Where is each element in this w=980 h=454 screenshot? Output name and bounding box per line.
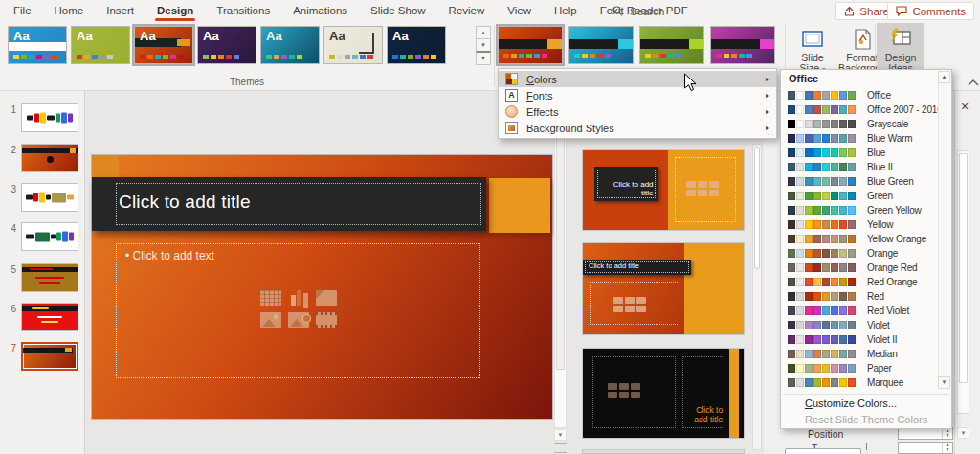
- spinner-arrows-icon[interactable]: ▲▼: [942, 443, 952, 453]
- content-placeholder[interactable]: • Click to add text: [116, 243, 480, 378]
- slide-canvas[interactable]: Click to add title • Click to add text: [92, 155, 552, 419]
- color-scheme-red[interactable]: Red: [781, 289, 939, 304]
- design-preview-2[interactable]: Click to add title: [582, 242, 745, 335]
- design-preview-3[interactable]: Click to add title: [582, 348, 745, 439]
- content-placeholder-label: Click to add text: [133, 249, 214, 262]
- color-scheme-name: Paper: [867, 363, 892, 374]
- comments-button[interactable]: Comments: [887, 2, 974, 20]
- menu-tab-review[interactable]: Review: [437, 0, 497, 22]
- insert-smartart-icon[interactable]: [316, 290, 337, 306]
- insert-video-icon[interactable]: [316, 312, 337, 328]
- color-scheme-blue[interactable]: Blue: [781, 146, 939, 160]
- gallery-up-button[interactable]: ▲: [476, 26, 491, 39]
- theme-thumbnail-dark-navy[interactable]: Aa: [387, 26, 446, 64]
- menu-item-background-styles[interactable]: Background Styles▸: [499, 120, 776, 136]
- variant-thumbnail-orange[interactable]: [498, 26, 563, 64]
- submenu-scrollbar[interactable]: [938, 83, 950, 376]
- theme-thumbnail-dark-purple[interactable]: Aa: [197, 26, 256, 64]
- slide-thumbnail-7[interactable]: [21, 342, 78, 371]
- transparency-spinner[interactable]: ▲▼: [898, 442, 953, 454]
- menu-tab-slide-show[interactable]: Slide Show: [359, 0, 437, 22]
- variant-thumbnail-magenta[interactable]: [710, 26, 775, 64]
- pane-divider: [954, 91, 955, 454]
- menu-tab-file[interactable]: File: [2, 0, 43, 22]
- menu-tab-home[interactable]: Home: [43, 0, 96, 22]
- title-placeholder[interactable]: Click to add title: [92, 177, 486, 231]
- color-scheme-violet[interactable]: Violet: [781, 318, 939, 332]
- color-scheme-office-2007-2010[interactable]: Office 2007 - 2010: [781, 102, 939, 117]
- color-scheme-paper[interactable]: Paper: [781, 361, 939, 375]
- design-pane-scrollbar[interactable]: [752, 144, 762, 450]
- menu-tab-transitions[interactable]: Transitions: [205, 0, 281, 22]
- theme-aa-label: Aa: [392, 29, 409, 43]
- menu-item-fonts[interactable]: AFonts▸: [499, 87, 776, 103]
- theme-thumbnail-blue-stripe[interactable]: Aa: [8, 26, 67, 64]
- format-pane-scroll-down-button[interactable]: ▼: [957, 427, 969, 439]
- color-scheme-grayscale[interactable]: Grayscale: [781, 117, 939, 131]
- slide-thumbnail-3[interactable]: [21, 183, 78, 212]
- slide-thumbnail-5[interactable]: [21, 263, 78, 292]
- color-scheme-red-violet[interactable]: Red Violet: [781, 304, 939, 318]
- insert-picture-icon[interactable]: [260, 312, 281, 328]
- color-scheme-blue-green[interactable]: Blue Green: [781, 174, 939, 189]
- menu-tab-view[interactable]: View: [496, 0, 543, 22]
- slide-thumbnail-2[interactable]: [21, 144, 78, 172]
- color-scheme-swatch: [788, 249, 856, 258]
- format-pane-scrollbar-thumb[interactable]: [959, 153, 968, 383]
- slide-thumbnail-6[interactable]: [21, 303, 78, 331]
- close-pane-icon[interactable]: ×: [958, 101, 971, 114]
- menu-tab-animations[interactable]: Animations: [281, 0, 359, 22]
- color-scheme-marquee[interactable]: Marquee: [781, 375, 939, 390]
- design-preview-4[interactable]: [582, 449, 745, 454]
- color-scheme-swatch: [788, 192, 856, 200]
- theme-aa-label: Aa: [203, 29, 219, 43]
- insert-table-icon[interactable]: [260, 290, 281, 306]
- color-scheme-office[interactable]: Office: [781, 88, 939, 102]
- color-scheme-orange-red[interactable]: Orange Red: [781, 261, 939, 275]
- split-handle[interactable]: [554, 443, 567, 453]
- variant-thumbnail-teal[interactable]: [568, 26, 634, 64]
- menu-tab-help[interactable]: Help: [543, 0, 589, 22]
- submenu-scroll-down-button[interactable]: ▼: [938, 376, 950, 389]
- menu-item-effects[interactable]: Effects▸: [499, 103, 776, 120]
- theme-thumbnail-olive[interactable]: Aa: [71, 26, 130, 64]
- color-scheme-yellow-orange[interactable]: Yellow Orange: [781, 232, 939, 246]
- menu-tab-insert[interactable]: Insert: [95, 0, 145, 22]
- color-scheme-blue-ii[interactable]: Blue II: [781, 160, 939, 174]
- menu-item-colors[interactable]: Colors▸: [499, 71, 776, 87]
- customize-colors-item[interactable]: Customize Colors...: [805, 397, 897, 409]
- theme-thumbnail-teal[interactable]: Aa: [260, 26, 320, 64]
- color-scheme-yellow[interactable]: Yellow: [781, 217, 939, 232]
- color-scheme-median[interactable]: Median: [781, 347, 939, 361]
- menu-resize-handle[interactable]: · · · ·: [781, 420, 951, 427]
- format-pane-scrollbar[interactable]: [957, 150, 969, 414]
- color-scheme-green-yellow[interactable]: Green Yellow: [781, 203, 939, 217]
- variant-bar-decoration: [499, 39, 547, 49]
- editor-scroll-down-button[interactable]: ▼: [554, 429, 567, 441]
- spinner-arrows-icon[interactable]: ▲▼: [942, 428, 952, 439]
- color-scheme-green[interactable]: Green: [781, 189, 939, 203]
- slide-thumbnail-1[interactable]: [21, 103, 78, 132]
- gallery-down-button[interactable]: ▼: [476, 38, 491, 52]
- color-scheme-orange[interactable]: Orange: [781, 246, 939, 261]
- variant-thumbnail-green[interactable]: [639, 26, 704, 64]
- color-scheme-violet-ii[interactable]: Violet II: [781, 332, 939, 347]
- search-box[interactable]: Search: [612, 0, 664, 22]
- color-scheme-blue-warm[interactable]: Blue Warm: [781, 131, 939, 146]
- theme-thumbnail-orange-bar[interactable]: Aa: [134, 26, 193, 64]
- design-preview-1[interactable]: Click to add title: [582, 149, 745, 231]
- slide-thumbnail-4[interactable]: [21, 222, 78, 251]
- collapse-ribbon-icon[interactable]: [967, 78, 980, 89]
- menu-tab-design[interactable]: Design: [145, 0, 205, 22]
- design-pane-scrollbar-thumb[interactable]: [754, 147, 760, 269]
- insert-chart-icon[interactable]: [288, 290, 309, 306]
- editor-scrollbar[interactable]: [554, 92, 567, 428]
- color-scheme-name: Blue Warm: [867, 133, 912, 144]
- search-label: Search: [630, 6, 664, 17]
- submenu-scroll-up-button[interactable]: ▲: [938, 71, 950, 83]
- insert-online-picture-icon[interactable]: [288, 312, 309, 328]
- theme-thumbnail-beige[interactable]: Aa: [323, 26, 383, 64]
- color-scheme-red-orange[interactable]: Red Orange: [781, 275, 939, 289]
- gallery-more-button[interactable]: ▼: [476, 51, 491, 65]
- variant-bar-decoration: [569, 39, 618, 49]
